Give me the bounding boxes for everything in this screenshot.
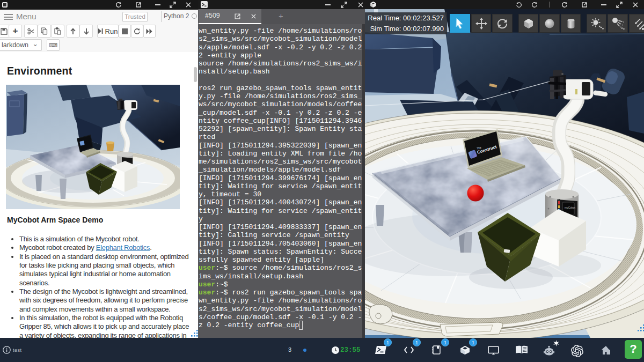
svg-text:myCobot: myCobot xyxy=(565,206,576,209)
